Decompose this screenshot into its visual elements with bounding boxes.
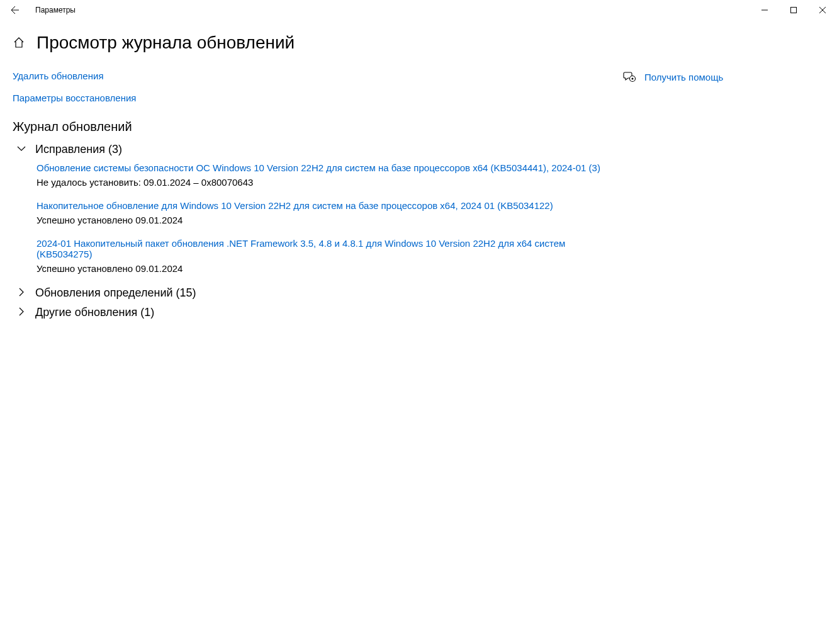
close-icon bbox=[819, 7, 826, 13]
group-header-fixes[interactable]: Исправления (3) bbox=[16, 143, 623, 156]
update-item: Обновление системы безопасности ОС Windo… bbox=[37, 162, 623, 188]
update-title-link[interactable]: Обновление системы безопасности ОС Windo… bbox=[37, 162, 623, 173]
home-icon bbox=[13, 37, 25, 49]
back-button[interactable] bbox=[5, 0, 25, 20]
group-label: Обновления определений (15) bbox=[35, 286, 196, 300]
chevron-down-icon bbox=[16, 144, 29, 156]
recovery-options-link[interactable]: Параметры восстановления bbox=[13, 93, 623, 103]
help-icon bbox=[623, 71, 636, 83]
update-item: 2024-01 Накопительный пакет обновления .… bbox=[37, 238, 623, 274]
home-button[interactable] bbox=[13, 37, 25, 49]
update-status: Не удалось установить: 09.01.2024 – 0x80… bbox=[37, 177, 623, 188]
update-list-fixes: Обновление системы безопасности ОС Windo… bbox=[37, 162, 623, 274]
arrow-left-icon bbox=[10, 5, 20, 15]
minimize-button[interactable] bbox=[750, 0, 779, 20]
uninstall-updates-link[interactable]: Удалить обновления bbox=[13, 71, 623, 81]
app-title: Параметры bbox=[35, 6, 76, 14]
chevron-right-icon bbox=[16, 287, 29, 300]
update-status: Успешно установлено 09.01.2024 bbox=[37, 263, 623, 274]
group-header-other[interactable]: Другие обновления (1) bbox=[16, 306, 623, 319]
chevron-right-icon bbox=[16, 307, 29, 319]
window-controls bbox=[750, 0, 837, 20]
history-section-title: Журнал обновлений bbox=[13, 120, 623, 134]
update-status: Успешно установлено 09.01.2024 bbox=[37, 215, 623, 225]
svg-rect-0 bbox=[791, 8, 797, 13]
page-header: Просмотр журнала обновлений bbox=[13, 33, 824, 53]
group-label: Другие обновления (1) bbox=[35, 306, 154, 319]
get-help-link[interactable]: Получить помощь bbox=[644, 72, 723, 82]
titlebar: Параметры bbox=[0, 0, 837, 20]
update-title-link[interactable]: 2024-01 Накопительный пакет обновления .… bbox=[37, 238, 623, 259]
update-title-link[interactable]: Накопительное обновление для Windows 10 … bbox=[37, 200, 623, 211]
group-header-definitions[interactable]: Обновления определений (15) bbox=[16, 286, 623, 300]
maximize-icon bbox=[790, 7, 797, 13]
maximize-button[interactable] bbox=[779, 0, 808, 20]
close-button[interactable] bbox=[808, 0, 837, 20]
minimize-icon bbox=[761, 7, 768, 13]
group-label: Исправления (3) bbox=[35, 143, 122, 156]
svg-point-2 bbox=[632, 78, 634, 80]
update-item: Накопительное обновление для Windows 10 … bbox=[37, 200, 623, 225]
page-title: Просмотр журнала обновлений bbox=[37, 33, 295, 53]
get-help-row[interactable]: Получить помощь bbox=[623, 71, 824, 83]
